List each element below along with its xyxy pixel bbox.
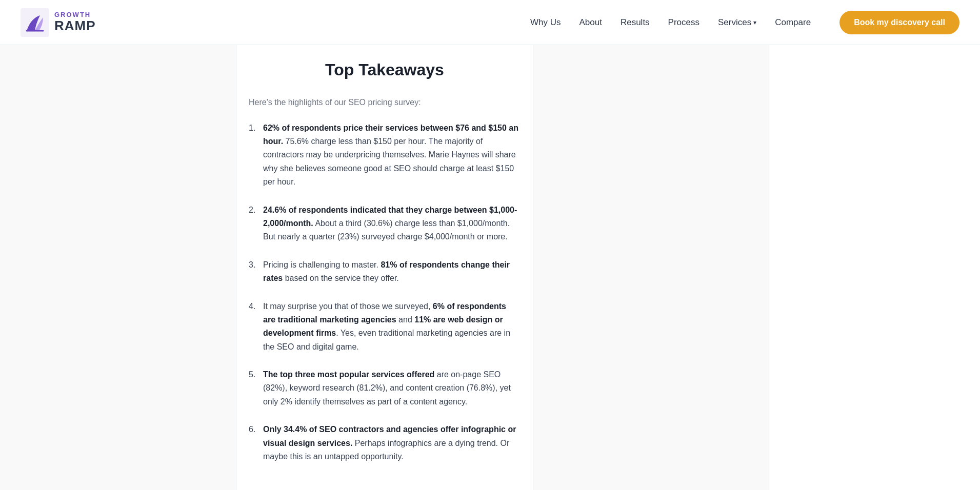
logo-link[interactable]: GROWTH RAMP [21,8,96,37]
item-rest: and [396,315,415,324]
item-content: The top three most popular services offe… [263,368,521,409]
intro-text: Here's the highlights of our SEO pricing… [249,96,521,109]
logo-ramp-text: RAMP [54,18,96,33]
item-content: Only 34.4% of SEO contractors and agenci… [263,423,521,463]
item-number: 5. [249,368,259,409]
navbar: GROWTH RAMP Why Us About Results Process… [0,0,980,45]
item-rest: based on the service they offer. [283,274,399,282]
content-wrapper: Top Takeaways Here's the highlights of o… [236,45,533,490]
page-layout: Top Takeaways Here's the highlights of o… [0,0,980,490]
nav-results[interactable]: Results [621,17,650,28]
nav-links: Why Us About Results Process Services ▾ … [530,11,959,34]
nav-services[interactable]: Services ▾ [718,17,756,28]
list-item: 2. 24.6% of respondents indicated that t… [249,203,521,244]
item-number: 6. [249,423,259,463]
page-title: Top Takeaways [249,60,521,79]
item-normal: Pricing is challenging to master. [263,260,381,269]
item-content: It may surprise you that of those we sur… [263,300,521,354]
item-number: 1. [249,121,259,189]
nav-about[interactable]: About [579,17,602,28]
nav-compare[interactable]: Compare [775,17,811,28]
item-number: 3. [249,258,259,285]
list-item: 1. 62% of respondents price their servic… [249,121,521,189]
item-normal: It may surprise you that of those we sur… [263,302,433,311]
item-number: 4. [249,300,259,354]
item-rest: 75.6% charge less than $150 per hour. Th… [263,137,516,186]
list-item: 5. The top three most popular services o… [249,368,521,409]
list-item: 4. It may surprise you that of those we … [249,300,521,354]
nav-process[interactable]: Process [668,17,699,28]
left-sidebar [0,0,236,490]
chevron-down-icon: ▾ [753,19,756,26]
list-item: 6. Only 34.4% of SEO contractors and age… [249,423,521,463]
logo-icon [21,8,49,37]
item-content: 24.6% of respondents indicated that they… [263,203,521,244]
item-content: 62% of respondents price their services … [263,121,521,189]
nav-why-us[interactable]: Why Us [530,17,561,28]
list-item: 3. Pricing is challenging to master. 81%… [249,258,521,285]
book-discovery-call-button[interactable]: Book my discovery call [839,11,959,34]
takeaway-list: 1. 62% of respondents price their servic… [249,121,521,464]
main-content: Top Takeaways Here's the highlights of o… [236,45,533,490]
right-sidebar [533,0,769,490]
item-content: Pricing is challenging to master. 81% of… [263,258,521,285]
item-number: 2. [249,203,259,244]
logo-growth-text: GROWTH [54,11,96,18]
nav-services-label: Services [718,17,751,28]
item-bold: The top three most popular services offe… [263,370,434,379]
